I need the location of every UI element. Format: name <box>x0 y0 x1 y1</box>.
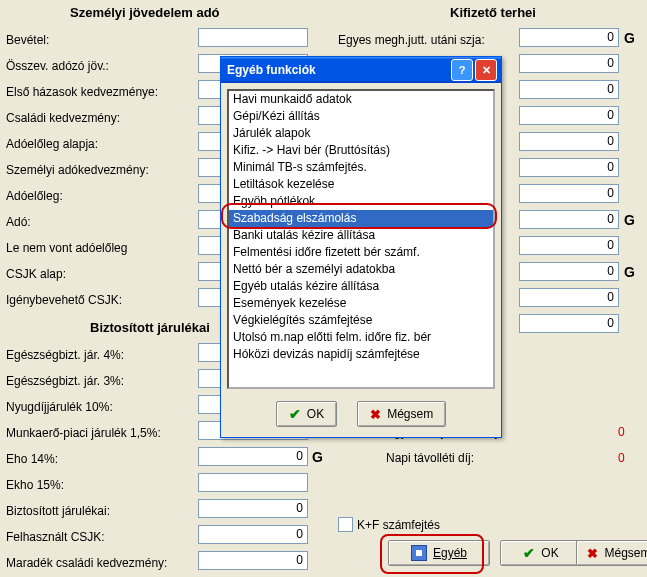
checkbox-box[interactable] <box>338 517 353 532</box>
input-left-0[interactable] <box>198 28 308 47</box>
g-right-0: G <box>624 30 635 46</box>
input-right-11[interactable]: 0 <box>519 314 619 333</box>
list-item-15[interactable]: Hóközi devizás napidíj számfejtése <box>229 346 493 363</box>
x-icon: ✖ <box>587 546 598 561</box>
label-left2-4: Eho 14%: <box>6 452 58 466</box>
input-right-8[interactable]: 0 <box>519 236 619 255</box>
g-right-9: G <box>624 264 635 280</box>
list-item-7[interactable]: Szabadság elszámolás <box>229 210 493 227</box>
label-right-0: Egyes megh.jutt. utáni szja: <box>338 33 485 47</box>
input-left2-5[interactable] <box>198 473 308 492</box>
input-left2-7[interactable]: 0 <box>198 525 308 544</box>
input-left2-4[interactable]: 0 <box>198 447 308 466</box>
list-item-3[interactable]: Kifiz. -> Havi bér (Bruttósítás) <box>229 142 493 159</box>
input-right-9[interactable]: 0 <box>519 262 619 281</box>
modal-cancel-button[interactable]: ✖ Mégsem <box>357 401 446 427</box>
label-left-1: Összev. adózó jöv.: <box>6 59 109 73</box>
modal-titlebar[interactable]: Egyéb funkciók ? ✕ <box>221 57 501 83</box>
button-ok-label: OK <box>541 546 558 560</box>
label-left-8: Le nem vont adóelőleg <box>6 241 127 255</box>
label-left2-7: Felhasznált CSJK: <box>6 530 105 544</box>
header-insured-contrib: Biztosított járulékai <box>90 320 210 335</box>
label-left-2: Első házasok kedvezménye: <box>6 85 158 99</box>
list-item-10[interactable]: Nettó bér a személyi adatokba <box>229 261 493 278</box>
list-item-0[interactable]: Havi munkaidő adatok <box>229 91 493 108</box>
modal-listbox[interactable]: Havi munkaidő adatokGépi/Kézi állításJár… <box>227 89 495 389</box>
input-right-10[interactable]: 0 <box>519 288 619 307</box>
label-left2-6: Biztosított járulékai: <box>6 504 110 518</box>
list-item-6[interactable]: Egyöb pótlékok <box>229 193 493 210</box>
header-personal-tax: Személyi jövedelem adó <box>70 5 220 20</box>
value-egyora: 0 <box>618 425 625 439</box>
button-egyeb-label: Egyéb <box>433 546 467 560</box>
input-right-6[interactable]: 0 <box>519 184 619 203</box>
modal-ok-button[interactable]: ✔ OK <box>276 401 337 427</box>
input-right-2[interactable]: 0 <box>519 80 619 99</box>
list-item-2[interactable]: Járulék alapok <box>229 125 493 142</box>
input-right-3[interactable]: 0 <box>519 106 619 125</box>
label-left2-2: Nyugdíjjárulék 10%: <box>6 400 113 414</box>
list-item-4[interactable]: Minimál TB-s számfejtés. <box>229 159 493 176</box>
label-left-6: Adóelőleg: <box>6 189 63 203</box>
modal-help-button[interactable]: ? <box>451 59 473 81</box>
header-payer-charges: Kifizető terhei <box>450 5 536 20</box>
g-left2-4: G <box>312 449 323 465</box>
input-right-7[interactable]: 0 <box>519 210 619 229</box>
value-napi: 0 <box>618 451 625 465</box>
list-item-13[interactable]: Végkielégítés számfejtése <box>229 312 493 329</box>
list-item-9[interactable]: Felmentési időre fizetett bér számf. <box>229 244 493 261</box>
label-left-5: Személyi adókedvezmény: <box>6 163 149 177</box>
label-left2-8: Maradék családi kedvezmény: <box>6 556 167 570</box>
button-ok-main[interactable]: ✔ OK <box>500 540 582 566</box>
button-cancel-label: Mégsem <box>604 546 647 560</box>
label-left-0: Bevétel: <box>6 33 49 47</box>
x-icon: ✖ <box>370 407 381 422</box>
list-item-14[interactable]: Utolsó m.nap előtti felm. időre fiz. bér <box>229 329 493 346</box>
list-item-5[interactable]: Letiltások kezelése <box>229 176 493 193</box>
checkbox-label: K+F számfejtés <box>357 518 440 532</box>
list-item-11[interactable]: Egyéb utalás kézire állítása <box>229 278 493 295</box>
input-right-5[interactable]: 0 <box>519 158 619 177</box>
input-left2-6[interactable]: 0 <box>198 499 308 518</box>
label-napi: Napi távolléti díj: <box>386 451 474 465</box>
g-right-7: G <box>624 212 635 228</box>
modal-other-functions: Egyéb funkciók ? ✕ Havi munkaidő adatokG… <box>220 56 502 438</box>
modal-cancel-label: Mégsem <box>387 407 433 421</box>
input-right-4[interactable]: 0 <box>519 132 619 151</box>
input-right-1[interactable]: 0 <box>519 54 619 73</box>
label-left-7: Adó: <box>6 215 31 229</box>
label-left-4: Adóelőleg alapja: <box>6 137 98 151</box>
label-left-9: CSJK alap: <box>6 267 66 281</box>
modal-title: Egyéb funkciók <box>227 63 316 77</box>
label-left2-5: Ekho 15%: <box>6 478 64 492</box>
list-item-1[interactable]: Gépi/Kézi állítás <box>229 108 493 125</box>
label-left2-1: Egészségbizt. jár. 3%: <box>6 374 124 388</box>
button-egyeb[interactable]: Egyéb <box>388 540 490 566</box>
label-left-10: Igénybevehető CSJK: <box>6 293 122 307</box>
checkbox-kf[interactable]: K+F számfejtés <box>338 517 440 532</box>
label-left2-0: Egészségbizt. jár. 4%: <box>6 348 124 362</box>
check-icon: ✔ <box>523 545 535 561</box>
modal-ok-label: OK <box>307 407 324 421</box>
label-left2-3: Munkaerő-piaci járulék 1,5%: <box>6 426 161 440</box>
label-left-3: Családi kedvezmény: <box>6 111 120 125</box>
input-right-0[interactable]: 0 <box>519 28 619 47</box>
egyeb-icon <box>411 545 427 561</box>
modal-close-button[interactable]: ✕ <box>475 59 497 81</box>
check-icon: ✔ <box>289 406 301 422</box>
list-item-8[interactable]: Banki utalás kézire állítása <box>229 227 493 244</box>
button-cancel-main[interactable]: ✖ Mégsem <box>576 540 647 566</box>
input-left2-8[interactable]: 0 <box>198 551 308 570</box>
list-item-12[interactable]: Események kezelése <box>229 295 493 312</box>
